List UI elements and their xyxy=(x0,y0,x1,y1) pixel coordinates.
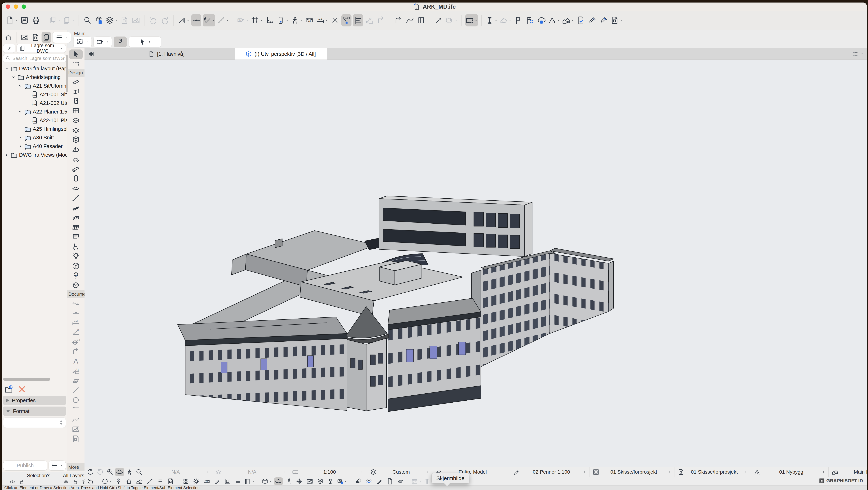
expander-icon[interactable] xyxy=(18,109,23,114)
object-tool[interactable] xyxy=(69,242,83,252)
model-view-segment[interactable]: 01 Skisse/forprosjekt xyxy=(675,467,751,477)
sidebar-scrollbar[interactable] xyxy=(66,55,68,92)
polyline-tool[interactable] xyxy=(69,405,83,415)
hotlink-filter-segment[interactable]: Main Model Only xyxy=(829,467,867,477)
search-input[interactable] xyxy=(12,55,73,61)
marquee-move-pill[interactable] xyxy=(73,36,92,47)
issue-organizer-button[interactable] xyxy=(525,14,535,26)
measure-2-button[interactable] xyxy=(203,478,211,485)
filters-button[interactable] xyxy=(244,478,255,485)
home-view-button[interactable] xyxy=(125,478,133,485)
tree-scrollbar[interactable] xyxy=(3,378,50,381)
camera-button[interactable] xyxy=(326,478,335,485)
3d-styles-button[interactable] xyxy=(261,478,272,485)
edit-geometry-button[interactable] xyxy=(341,14,351,26)
tree-item[interactable]: DWG fra Views (Model spa xyxy=(2,150,67,159)
morph-tool[interactable] xyxy=(69,281,83,290)
cutaway-button[interactable] xyxy=(316,478,324,485)
tree-item[interactable]: A22 Planer 1:50 xyxy=(2,107,67,116)
notes-button[interactable] xyxy=(385,478,394,485)
grid-toggle-button[interactable] xyxy=(182,478,190,485)
renovation-filter-segment[interactable]: 01 Nybygg xyxy=(751,467,829,477)
arrow-tool[interactable] xyxy=(69,50,83,59)
environment-button[interactable] xyxy=(365,478,373,485)
pin-button[interactable] xyxy=(114,478,123,485)
tree-item[interactable]: Arbeidstegning xyxy=(2,73,67,82)
measure-button[interactable] xyxy=(304,14,314,26)
perspective-frame-button[interactable] xyxy=(306,478,314,485)
marquee-tool[interactable] xyxy=(69,59,83,69)
screenshot-button[interactable] xyxy=(337,478,347,485)
trim-button[interactable] xyxy=(393,14,403,26)
element-info-button[interactable] xyxy=(101,478,112,485)
snap-points-button[interactable] xyxy=(203,14,215,26)
delete-item-button[interactable] xyxy=(18,385,26,394)
tree-item[interactable]: DWG fra layout (Paper spa xyxy=(2,64,67,73)
marker-tool[interactable] xyxy=(69,271,83,281)
bimcloud-button[interactable] xyxy=(536,14,546,26)
stair-tool[interactable] xyxy=(69,193,83,203)
spline-tool[interactable] xyxy=(69,415,83,424)
select-similar-button[interactable] xyxy=(445,14,458,26)
zoom-segment[interactable]: N/A xyxy=(145,467,212,477)
label-settings-button[interactable] xyxy=(365,14,374,26)
tree-item[interactable]: A22-101 Plan 1. et xyxy=(2,116,67,125)
look-to-button[interactable] xyxy=(295,478,304,485)
profile-manager-button[interactable] xyxy=(485,14,498,26)
inject-parameters-button[interactable] xyxy=(599,14,609,26)
dimension-options-button[interactable] xyxy=(316,14,329,26)
eye-icon[interactable] xyxy=(63,479,69,486)
circle-tool[interactable] xyxy=(69,395,83,405)
view-forward-button[interactable] xyxy=(96,468,105,476)
label-tool[interactable] xyxy=(69,366,83,376)
paint-button[interactable] xyxy=(354,478,363,485)
lamp-tool[interactable] xyxy=(69,252,83,261)
stair-preview-button[interactable] xyxy=(146,478,154,485)
find-select-button[interactable] xyxy=(82,14,92,26)
list-button[interactable] xyxy=(156,478,164,485)
pen-set-segment[interactable]: Custom xyxy=(367,467,432,477)
marquee-options-button[interactable] xyxy=(465,14,478,26)
railing-tool[interactable] xyxy=(69,203,83,212)
project-map-button[interactable] xyxy=(4,32,13,43)
radial-dimension-tool[interactable] xyxy=(69,337,83,347)
zone-tool[interactable] xyxy=(69,232,83,242)
expander-icon[interactable] xyxy=(18,144,23,149)
tree-item[interactable]: A25 Himlingsplaner xyxy=(2,125,67,133)
publisher-sets-button[interactable] xyxy=(41,32,51,43)
wall-priority-button[interactable] xyxy=(411,478,422,485)
scale-segment[interactable]: 1:100 xyxy=(289,467,367,477)
tab-overview-button[interactable] xyxy=(85,48,98,60)
expander-icon[interactable] xyxy=(4,66,9,71)
format-section-header[interactable]: Format xyxy=(3,406,66,416)
new-file-button[interactable] xyxy=(5,14,18,26)
fill-tool[interactable] xyxy=(69,376,83,385)
tab-floorplan[interactable]: [1. Havnivå] xyxy=(98,48,235,60)
eye-icon[interactable] xyxy=(9,479,16,486)
level-dimension-tool[interactable] xyxy=(69,298,83,308)
figure-tool[interactable] xyxy=(69,424,83,434)
grid-element-tool[interactable] xyxy=(69,135,83,145)
viewport-3d[interactable] xyxy=(85,60,867,467)
leader-tool[interactable] xyxy=(69,347,83,356)
tree-item[interactable]: A30 Snitt xyxy=(2,133,67,142)
snap-guides-button[interactable] xyxy=(191,14,202,26)
grid-snap-button[interactable] xyxy=(251,14,264,26)
guide-lines-button[interactable] xyxy=(177,14,190,26)
properties-section-header[interactable]: Properties xyxy=(3,396,66,405)
view-back-button[interactable] xyxy=(86,468,95,476)
align-elements-button[interactable] xyxy=(353,14,363,26)
curtain-wall-tool[interactable] xyxy=(69,86,83,96)
history-button[interactable] xyxy=(86,478,95,485)
flag-button[interactable] xyxy=(513,14,523,26)
publish-button[interactable]: Publish xyxy=(3,461,47,470)
survey-point-button[interactable] xyxy=(131,14,141,26)
virtual-trace-button[interactable] xyxy=(290,14,303,26)
slab-tool[interactable] xyxy=(69,125,83,135)
walk-mode-button[interactable] xyxy=(285,478,293,485)
coordinate-input-button[interactable] xyxy=(237,14,249,26)
drawing-update-button[interactable] xyxy=(119,14,129,26)
split-button[interactable] xyxy=(416,14,427,26)
magic-wand-button[interactable] xyxy=(434,14,444,26)
door-tool[interactable] xyxy=(69,96,83,106)
